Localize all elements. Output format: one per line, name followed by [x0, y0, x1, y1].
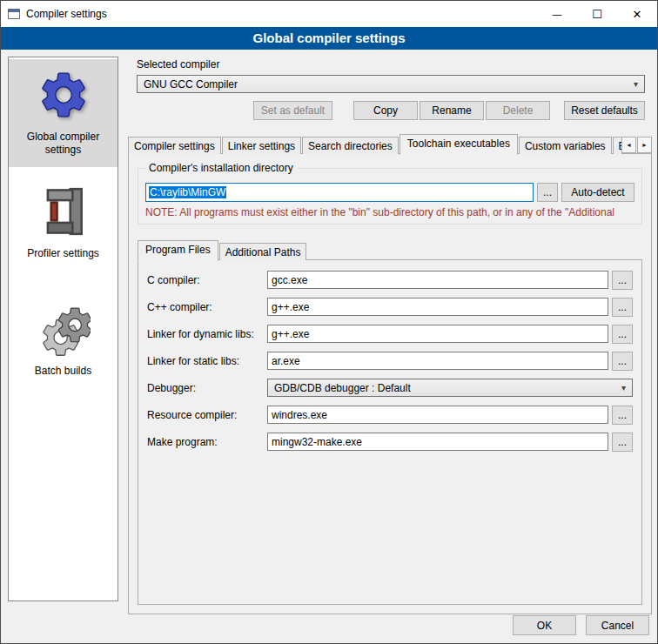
tab-scroll-left-icon[interactable]: ◄: [621, 137, 636, 153]
cancel-button[interactable]: Cancel: [586, 615, 649, 635]
batch-gears-icon: [37, 302, 91, 356]
window-controls: — ☐ ✕: [537, 1, 657, 27]
tab-search-directories[interactable]: Search directories: [302, 137, 399, 154]
linker-static-browse-button[interactable]: ...: [612, 352, 633, 371]
install-dir-browse-button[interactable]: ...: [537, 183, 558, 202]
compiler-settings-window: Compiler settings — ☐ ✕ Global compiler …: [0, 0, 658, 644]
tab-build-options-truncated[interactable]: Buil: [613, 137, 621, 154]
copy-button[interactable]: Copy: [353, 101, 418, 120]
toolchain-executables-panel: Compiler's installation directory C:\ray…: [128, 153, 652, 614]
sidebar-item-global-compiler-settings[interactable]: Global compiler settings: [9, 59, 118, 167]
selected-compiler-label: Selected compiler: [137, 58, 645, 70]
window-title: Compiler settings: [26, 8, 107, 20]
linker-static-input[interactable]: [267, 352, 608, 370]
selected-compiler-value: GNU GCC Compiler: [144, 78, 238, 91]
sidebar-item-label: Profiler settings: [27, 247, 99, 260]
linker-dynamic-input[interactable]: [267, 325, 608, 343]
note-text: NOTE: All programs must exist either in …: [145, 206, 634, 218]
linker-dynamic-label: Linker for dynamic libs:: [147, 328, 267, 340]
ok-button[interactable]: OK: [513, 615, 576, 635]
install-dir-selected-text: C:\raylib\MinGW: [149, 186, 226, 198]
make-program-row: Make program: ...: [147, 433, 633, 451]
compiler-buttons-row: Set as default Copy Rename Delete Reset …: [137, 101, 645, 120]
maximize-button[interactable]: ☐: [577, 1, 617, 27]
make-program-browse-button[interactable]: ...: [612, 433, 633, 452]
resource-compiler-browse-button[interactable]: ...: [612, 406, 633, 425]
sidebar-item-batch-builds[interactable]: Batch builds: [9, 293, 118, 388]
subtab-bar: Program Files Additional Paths: [138, 238, 642, 259]
debugger-value: GDB/CDB debugger : Default: [274, 382, 411, 394]
linker-static-row: Linker for static libs: ...: [147, 352, 633, 370]
tab-scroll-buttons: ◄ ►: [621, 137, 652, 153]
profiler-clamp-icon: [37, 184, 91, 238]
resource-compiler-input[interactable]: [267, 406, 608, 424]
reset-defaults-button[interactable]: Reset defaults: [564, 101, 645, 120]
minimize-button[interactable]: —: [537, 1, 577, 27]
sidebar-item-profiler-settings[interactable]: Profiler settings: [9, 176, 118, 271]
tab-custom-variables[interactable]: Custom variables: [519, 137, 612, 154]
set-as-default-button[interactable]: Set as default: [253, 101, 332, 120]
debugger-label: Debugger:: [147, 382, 267, 394]
cpp-compiler-label: C++ compiler:: [147, 301, 267, 313]
install-dir-input[interactable]: C:\raylib\MinGW: [145, 183, 534, 202]
linker-dynamic-row: Linker for dynamic libs: ...: [147, 325, 633, 343]
c-compiler-input[interactable]: [267, 271, 608, 289]
program-files-panel: C compiler: ... C++ compiler: ... Linker…: [138, 259, 642, 605]
subtab-additional-paths[interactable]: Additional Paths: [219, 243, 307, 260]
make-program-label: Make program:: [147, 436, 267, 448]
dialog-footer: OK Cancel: [513, 615, 649, 635]
tab-linker-settings[interactable]: Linker settings: [222, 137, 301, 154]
chevron-down-icon: ▾: [621, 384, 626, 392]
close-button[interactable]: ✕: [617, 1, 657, 27]
main-content: Selected compiler GNU GCC Compiler ▾ Set…: [128, 57, 652, 614]
install-dir-row: C:\raylib\MinGW ... Auto-detect: [145, 183, 634, 202]
c-compiler-row: C compiler: ...: [147, 271, 633, 289]
make-program-input[interactable]: [267, 433, 608, 451]
app-icon: [7, 7, 21, 21]
tab-bar: Compiler settings Linker settings Search…: [128, 132, 652, 153]
selected-compiler-select[interactable]: GNU GCC Compiler ▾: [137, 75, 645, 93]
tab-compiler-settings[interactable]: Compiler settings: [128, 137, 221, 154]
delete-button[interactable]: Delete: [486, 101, 550, 120]
chevron-down-icon: ▾: [634, 80, 638, 89]
tab-scroll-right-icon[interactable]: ►: [637, 137, 652, 153]
c-compiler-label: C compiler:: [147, 274, 267, 286]
install-dir-groupbox: Compiler's installation directory C:\ray…: [138, 168, 642, 225]
resource-compiler-label: Resource compiler:: [147, 409, 267, 421]
cpp-compiler-browse-button[interactable]: ...: [612, 298, 633, 317]
cpp-compiler-input[interactable]: [267, 298, 608, 316]
linker-static-label: Linker for static libs:: [147, 355, 267, 367]
titlebar[interactable]: Compiler settings — ☐ ✕: [1, 1, 657, 27]
cpp-compiler-row: C++ compiler: ...: [147, 298, 633, 316]
resource-compiler-row: Resource compiler: ...: [147, 406, 633, 424]
rename-button[interactable]: Rename: [420, 101, 484, 120]
tab-toolchain-executables[interactable]: Toolchain executables: [400, 134, 518, 155]
debugger-row: Debugger: GDB/CDB debugger : Default ▾: [147, 379, 633, 397]
page-title: Global compiler settings: [1, 27, 657, 50]
sidebar: Global compiler settings Profiler settin…: [8, 57, 118, 601]
compiler-selection-section: Selected compiler GNU GCC Compiler ▾ Set…: [128, 57, 652, 120]
blue-gear-icon: [37, 68, 91, 122]
autodetect-button[interactable]: Auto-detect: [561, 183, 634, 202]
linker-dynamic-browse-button[interactable]: ...: [612, 325, 633, 344]
sidebar-item-label: Global compiler settings: [11, 131, 115, 157]
sidebar-item-label: Batch builds: [35, 365, 91, 378]
debugger-select[interactable]: GDB/CDB debugger : Default ▾: [267, 379, 633, 397]
c-compiler-browse-button[interactable]: ...: [612, 271, 633, 290]
subtab-program-files[interactable]: Program Files: [138, 240, 218, 261]
install-dir-group-title: Compiler's installation directory: [145, 162, 297, 174]
